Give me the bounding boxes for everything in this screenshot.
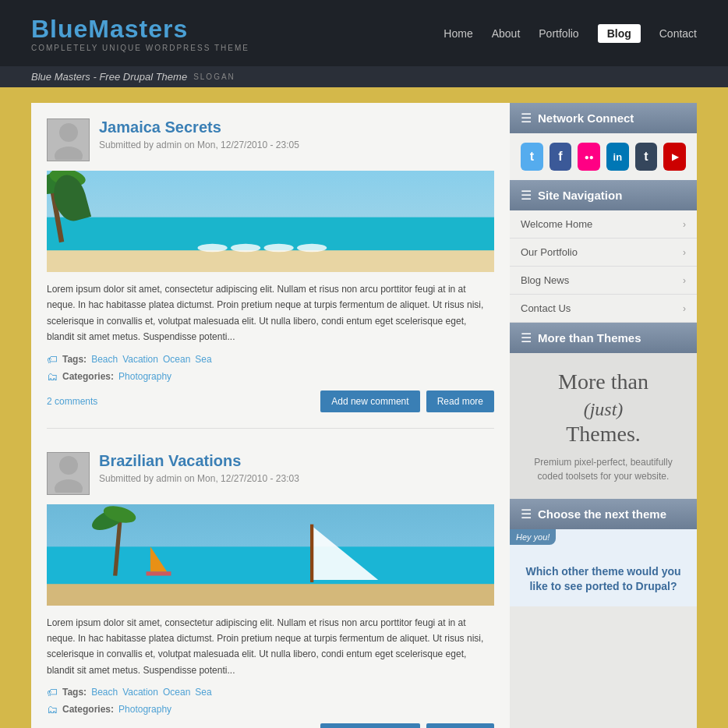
choose-theme-body: Hey you! Which other theme would you lik…	[510, 529, 697, 606]
nav-welcome-home-arrow: ›	[683, 219, 686, 230]
article-2-title[interactable]: Brazilian Vacations	[99, 452, 241, 469]
choose-theme-question: Which other theme would you like to see …	[521, 564, 686, 595]
article-1-categories: 🗂 Categories: Photography	[47, 370, 494, 383]
cat-photography-2[interactable]: Photography	[118, 704, 171, 715]
article-2-body: Lorem ipsum dolor sit amet, consectetur …	[47, 615, 494, 679]
more-themes-header: ☰ More than Themes	[510, 323, 697, 353]
cat-photography-1[interactable]: Photography	[118, 371, 171, 382]
article-1-actions: Add new comment Read more	[320, 391, 494, 412]
add-comment-btn-2[interactable]: Add new comment	[320, 723, 419, 728]
article-2-header: Brazilian Vacations Submitted by admin o…	[47, 452, 494, 495]
nav-blog-news-arrow: ›	[683, 275, 686, 286]
nav-our-portfolio-label: Our Portfolio	[521, 246, 578, 258]
article-1-image	[47, 171, 494, 272]
nav-welcome-home[interactable]: Welcome Home ›	[510, 210, 697, 239]
site-navigation-header: ☰ Site Navigation	[510, 180, 697, 210]
nav-contact-us[interactable]: Contact Us ›	[510, 295, 697, 323]
widget-site-navigation: ☰ Site Navigation Welcome Home › Our Por…	[510, 180, 697, 323]
beach-image-1	[47, 171, 494, 272]
nav-about[interactable]: About	[492, 27, 521, 40]
logo-subtitle: Completely Unique WordPress Theme	[31, 44, 249, 52]
cat-icon-2: 🗂	[47, 703, 58, 716]
svg-point-10	[263, 244, 293, 253]
nav-blog-news[interactable]: Blog News ›	[510, 267, 697, 295]
nav-blog-news-label: Blog News	[521, 274, 569, 286]
add-comment-btn-1[interactable]: Add new comment	[320, 391, 419, 412]
article-2-image	[47, 504, 494, 606]
themes-heading-line3: Themes.	[566, 422, 641, 446]
article-1: Jamaica Secrets Submitted by admin on Mo…	[47, 118, 494, 429]
choose-theme-title: Choose the next theme	[538, 507, 666, 521]
themes-heading: More than (just) Themes.	[521, 369, 686, 447]
tag-beach-2[interactable]: Beach	[91, 687, 118, 698]
social-tumblr[interactable]: t	[635, 143, 658, 171]
comments-link-1[interactable]: 2 comments	[47, 396, 97, 407]
tag-ocean-1[interactable]: Ocean	[163, 354, 190, 365]
article-1-footer: 2 comments Add new comment Read more	[47, 391, 494, 412]
logo-title: BlueMasters	[31, 15, 249, 44]
nav-portfolio[interactable]: Portfolio	[539, 27, 578, 40]
svg-rect-4	[47, 250, 494, 272]
tag-sea-2[interactable]: Sea	[195, 687, 211, 698]
read-more-btn-1[interactable]: Read more	[426, 391, 494, 412]
article-1-title-area: Jamaica Secrets Submitted by admin on Mo…	[99, 118, 299, 150]
tag-ocean-2[interactable]: Ocean	[163, 687, 190, 698]
article-1-meta: Submitted by admin on Mon, 12/27/2010 - …	[99, 140, 299, 150]
network-connect-title: Network Connect	[538, 111, 634, 125]
beach-image-2	[47, 504, 494, 606]
svg-point-9	[231, 244, 260, 253]
article-1-tags: 🏷 Tags: Beach Vacation Ocean Sea	[47, 353, 494, 366]
article-1-header: Jamaica Secrets Submitted by admin on Mo…	[47, 118, 494, 161]
main-nav: Home About Portfolio Blog Contact	[444, 24, 697, 43]
themes-heading-line1: More than	[558, 369, 648, 394]
nav-welcome-home-label: Welcome Home	[521, 218, 592, 230]
widget-choose-theme: ☰ Choose the next theme Hey you! Which o…	[510, 499, 697, 606]
read-more-btn-2[interactable]: Read more	[426, 723, 494, 728]
more-themes-icon: ☰	[521, 330, 532, 345]
article-2: Brazilian Vacations Submitted by admin o…	[47, 452, 494, 728]
social-twitter[interactable]: t	[521, 143, 543, 171]
content-wrapper: Jamaica Secrets Submitted by admin on Mo…	[31, 103, 697, 728]
tag-vacation-2[interactable]: Vacation	[122, 687, 158, 698]
cat-label-1: Categories:	[62, 371, 114, 382]
nav-list: Welcome Home › Our Portfolio › Blog News…	[510, 210, 697, 323]
site-header: BlueMasters Completely Unique WordPress …	[0, 0, 728, 66]
nav-contact-us-label: Contact Us	[521, 302, 571, 314]
social-flickr[interactable]: ●●	[578, 143, 600, 171]
svg-rect-16	[47, 584, 494, 606]
sub-header-slogan: SLOGAN	[193, 72, 235, 81]
themes-heading-line2: (just)	[584, 399, 624, 419]
article-2-footer: Add new comment Read more	[47, 723, 494, 728]
social-linkedin[interactable]: in	[606, 143, 629, 171]
tags-label-1: Tags:	[62, 354, 87, 365]
article-2-actions: Add new comment Read more	[320, 723, 494, 728]
social-youtube[interactable]: ▶	[663, 143, 686, 171]
tag-vacation-1[interactable]: Vacation	[122, 354, 158, 365]
nav-contact[interactable]: Contact	[659, 27, 697, 40]
nav-our-portfolio[interactable]: Our Portfolio ›	[510, 239, 697, 267]
choose-theme-badge: Hey you!	[510, 529, 556, 545]
tag-icon-2: 🏷	[47, 686, 58, 698]
tag-icon-1: 🏷	[47, 353, 58, 366]
svg-point-0	[59, 123, 78, 142]
article-2-meta: Submitted by admin on Mon, 12/27/2010 - …	[99, 473, 299, 484]
network-connect-icon: ☰	[521, 111, 532, 125]
avatar-2	[47, 452, 90, 495]
more-themes-body: More than (just) Themes. Premium pixel-p…	[510, 353, 697, 499]
page-wrapper: Jamaica Secrets Submitted by admin on Mo…	[0, 87, 728, 728]
nav-home[interactable]: Home	[444, 27, 472, 40]
social-facebook[interactable]: f	[550, 143, 572, 171]
tag-beach-1[interactable]: Beach	[91, 354, 118, 365]
widget-network-connect: ☰ Network Connect t f ●● in t ▶	[510, 103, 697, 180]
article-2-categories: 🗂 Categories: Photography	[47, 703, 494, 716]
article-1-title[interactable]: Jamaica Secrets	[99, 118, 221, 136]
logo-area: BlueMasters Completely Unique WordPress …	[31, 15, 249, 52]
svg-rect-18	[310, 524, 313, 581]
choose-theme-header: ☰ Choose the next theme	[510, 499, 697, 529]
avatar-1	[47, 118, 90, 161]
svg-point-8	[197, 244, 227, 253]
nav-blog[interactable]: Blog	[598, 24, 641, 43]
svg-point-1	[55, 147, 83, 160]
tag-sea-1[interactable]: Sea	[195, 354, 211, 365]
more-themes-title: More than Themes	[538, 331, 641, 345]
